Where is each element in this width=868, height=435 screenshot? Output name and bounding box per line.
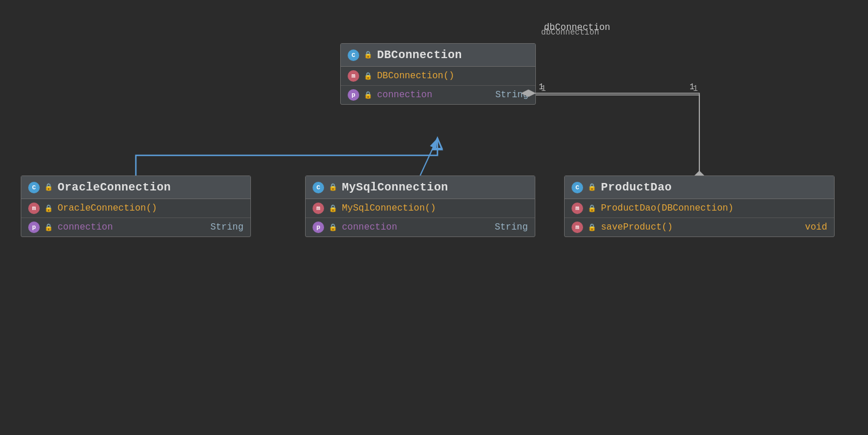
dbconnection-connection-type: String: [495, 90, 528, 100]
mysqlconnection-header: C 🔒 MySqlConnection: [306, 176, 535, 199]
productdao-row-constructor: m 🔒 ProductDao(DBConnection): [565, 199, 834, 218]
oracleconnection-header: C 🔒 OracleConnection: [21, 176, 250, 199]
productdao-row-saveproduct: m 🔒 saveProduct() void: [565, 218, 834, 236]
productdao-m-lock2: 🔒: [588, 223, 596, 232]
productdao-badge-c: C: [572, 182, 583, 193]
oracleconnection-m-badge: m: [28, 203, 40, 214]
oracleconnection-m-lock: 🔒: [44, 204, 53, 213]
dbconnection-badge-c: C: [348, 49, 359, 61]
productdao-m-badge1: m: [572, 203, 583, 214]
oracleconnection-constructor-name: OracleConnection(): [58, 203, 157, 213]
svg-line-0: [420, 138, 437, 175]
diagram-canvas: 1 1 dbConnection C 🔒 DBConnection m 🔒 DB…: [0, 0, 868, 435]
oracleconnection-row-constructor: m 🔒 OracleConnection(): [21, 199, 250, 218]
mysqlconnection-class: C 🔒 MySqlConnection m 🔒 MySqlConnection(…: [305, 175, 535, 237]
svg-marker-7: [433, 138, 442, 150]
mysqlconnection-badge-c: C: [313, 182, 324, 193]
dbconnection-row-constructor: m 🔒 DBConnection(): [341, 67, 535, 86]
mysqlconnection-row-constructor: m 🔒 MySqlConnection(): [306, 199, 535, 218]
oracleconnection-lock: 🔒: [44, 183, 53, 192]
mysqlconnection-connection-name: connection: [342, 222, 397, 232]
dbconnection-m-lock: 🔒: [364, 72, 372, 81]
productdao-name: ProductDao: [601, 181, 672, 194]
oracleconnection-class: C 🔒 OracleConnection m 🔒 OracleConnectio…: [21, 175, 251, 237]
mysqlconnection-m-lock: 🔒: [329, 204, 337, 213]
oracleconnection-row-connection: p 🔒 connection String: [21, 218, 250, 236]
mysqlconnection-p-badge: p: [313, 222, 324, 233]
productdao-header: C 🔒 ProductDao: [565, 176, 834, 199]
mysqlconnection-name: MySqlConnection: [342, 181, 448, 194]
svg-marker-2: [433, 138, 442, 148]
oracleconnection-p-lock: 🔒: [44, 223, 53, 232]
oracleconnection-connection-type: String: [210, 222, 243, 232]
dbconnection-class: C 🔒 DBConnection m 🔒 DBConnection() p 🔒 …: [340, 43, 536, 105]
dbconnection-p-lock: 🔒: [364, 91, 372, 100]
svg-text:1: 1: [539, 82, 543, 91]
productdao-class: C 🔒 ProductDao m 🔒 ProductDao(DBConnecti…: [564, 175, 835, 237]
svg-text:1: 1: [693, 84, 698, 93]
mysqlconnection-p-lock: 🔒: [329, 223, 337, 232]
mysqlconnection-m-badge: m: [313, 203, 324, 214]
oracleconnection-p-badge: p: [28, 222, 40, 233]
productdao-saveproduct-name: saveProduct(): [601, 222, 673, 232]
dbconnection-connection-name: connection: [377, 90, 432, 100]
dbconnection-p-badge: p: [348, 89, 359, 101]
dbconnection-row-connection: p 🔒 connection String: [341, 86, 535, 104]
svg-text:1: 1: [541, 84, 546, 93]
mysqlconnection-constructor-name: MySqlConnection(): [342, 203, 436, 213]
dbconnection-m-badge: m: [348, 70, 359, 82]
mysqlconnection-lock: 🔒: [329, 183, 337, 192]
productdao-m-badge2: m: [572, 222, 583, 233]
dbconnection-constructor-name: DBConnection(): [377, 71, 454, 81]
mysqlconnection-row-connection: p 🔒 connection String: [306, 218, 535, 236]
productdao-saveproduct-type: void: [805, 222, 827, 232]
productdao-lock: 🔒: [588, 183, 596, 192]
oracleconnection-name: OracleConnection: [58, 181, 171, 194]
oracleconnection-connection-name: connection: [58, 222, 113, 232]
productdao-m-lock1: 🔒: [588, 204, 596, 213]
dbconnection-header: C 🔒 DBConnection: [341, 44, 535, 67]
oracleconnection-badge-c: C: [28, 182, 40, 193]
dbconnection-label: dbConnection: [541, 28, 599, 37]
productdao-constructor-name: ProductDao(DBConnection): [601, 203, 733, 213]
dbconnection-name: DBConnection: [377, 48, 462, 62]
mysqlconnection-connection-type: String: [494, 222, 528, 232]
dbconnection-lock: 🔒: [364, 51, 372, 59]
svg-text:1: 1: [690, 82, 694, 91]
